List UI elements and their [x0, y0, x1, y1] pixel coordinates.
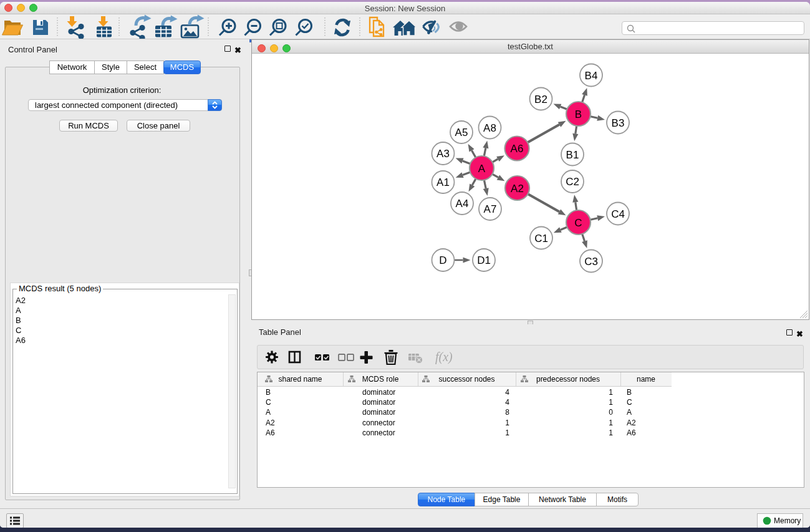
- svg-text:C2: C2: [566, 176, 579, 188]
- svg-text:A3: A3: [436, 148, 450, 160]
- svg-text:A1: A1: [436, 177, 450, 188]
- svg-text:B4: B4: [585, 70, 598, 82]
- svg-text:D: D: [439, 254, 446, 266]
- svg-text:A7: A7: [484, 203, 497, 215]
- svg-text:f(x): f(x): [435, 350, 453, 364]
- svg-text:A4: A4: [456, 198, 469, 210]
- svg-text:B2: B2: [534, 94, 547, 105]
- svg-text:D1: D1: [477, 254, 491, 266]
- svg-text:C1: C1: [534, 233, 548, 244]
- svg-text:A: A: [478, 163, 486, 175]
- svg-text:A6: A6: [511, 143, 524, 155]
- svg-text:C3: C3: [584, 256, 598, 268]
- svg-text:B: B: [575, 109, 582, 120]
- svg-text:A2: A2: [511, 183, 524, 195]
- svg-text:C4: C4: [611, 208, 625, 220]
- svg-text:B3: B3: [612, 117, 625, 129]
- svg-text:C: C: [574, 217, 582, 229]
- svg-text:A5: A5: [455, 127, 468, 138]
- svg-text:B1: B1: [566, 149, 579, 161]
- svg-text:A8: A8: [483, 122, 496, 134]
